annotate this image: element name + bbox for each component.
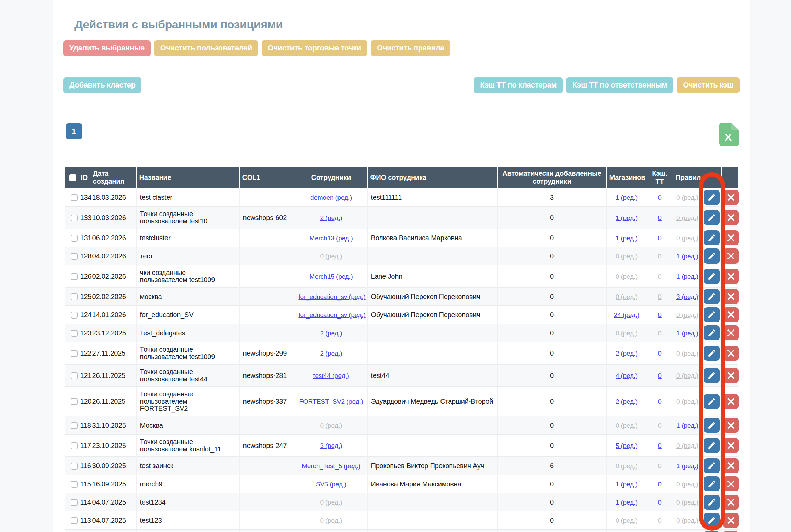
shops-link[interactable]: 2 (ред.) bbox=[616, 398, 638, 405]
rules-link[interactable]: 1 (ред.) bbox=[676, 329, 698, 337]
delete-button[interactable] bbox=[723, 210, 739, 225]
row-checkbox[interactable] bbox=[71, 398, 78, 405]
cache-link[interactable]: 0 bbox=[658, 273, 661, 280]
employees-link[interactable]: SV5 (ред.) bbox=[316, 481, 346, 488]
employees-link[interactable]: for_education_sv (ред.) bbox=[299, 293, 366, 300]
delete-button[interactable] bbox=[723, 307, 739, 322]
row-checkbox[interactable] bbox=[71, 422, 78, 429]
bulk-action-button[interactable]: Удалить выбранные bbox=[63, 40, 151, 56]
delete-button[interactable] bbox=[723, 418, 739, 433]
cache-link[interactable]: 0 bbox=[658, 499, 661, 506]
bulk-action-button[interactable]: Очистить пользователей bbox=[154, 40, 258, 56]
cache-link[interactable]: 0 bbox=[658, 214, 661, 221]
edit-button[interactable] bbox=[704, 394, 720, 409]
shops-link[interactable]: 4 (ред.) bbox=[616, 372, 638, 379]
edit-button[interactable] bbox=[704, 438, 720, 453]
delete-button[interactable] bbox=[723, 458, 739, 473]
employees-link[interactable]: 0 (ред.) bbox=[320, 499, 342, 506]
shops-link[interactable]: 1 (ред.) bbox=[616, 234, 638, 242]
employees-link[interactable]: Merch13 (ред.) bbox=[309, 234, 353, 242]
delete-button[interactable] bbox=[723, 230, 739, 245]
cache-action-button[interactable]: Очистить кэш bbox=[677, 77, 740, 93]
row-checkbox[interactable] bbox=[71, 293, 78, 300]
shops-link[interactable]: 5 (ред.) bbox=[616, 442, 638, 449]
cache-link[interactable]: 0 bbox=[658, 311, 661, 319]
shops-link[interactable]: 0 (ред.) bbox=[616, 273, 638, 280]
edit-button[interactable] bbox=[704, 248, 720, 264]
row-checkbox[interactable] bbox=[71, 215, 78, 221]
shops-link[interactable]: 0 (ред.) bbox=[616, 329, 638, 337]
rules-link[interactable]: 1 (ред.) bbox=[676, 462, 698, 470]
rules-link[interactable]: 1 (ред.) bbox=[676, 253, 698, 260]
rules-link[interactable]: 0 (ред.) bbox=[676, 234, 698, 242]
delete-button[interactable] bbox=[723, 289, 739, 304]
employees-link[interactable]: FORTEST_SV2 (ред.) bbox=[299, 398, 363, 405]
row-checkbox[interactable] bbox=[71, 235, 78, 242]
row-checkbox[interactable] bbox=[71, 517, 78, 524]
row-checkbox[interactable] bbox=[71, 442, 78, 449]
edit-button[interactable] bbox=[704, 210, 720, 225]
edit-button[interactable] bbox=[704, 495, 720, 510]
edit-button[interactable] bbox=[704, 418, 720, 433]
edit-button[interactable] bbox=[704, 325, 720, 340]
shops-link[interactable]: 1 (ред.) bbox=[616, 194, 638, 201]
delete-button[interactable] bbox=[723, 368, 739, 383]
employees-link[interactable]: 2 (ред.) bbox=[320, 329, 342, 337]
delete-button[interactable] bbox=[723, 495, 739, 510]
delete-button[interactable] bbox=[723, 346, 739, 361]
shops-link[interactable]: 0 (ред.) bbox=[616, 293, 638, 300]
rules-link[interactable]: 0 (ред.) bbox=[676, 311, 698, 319]
cache-link[interactable]: 0 bbox=[658, 462, 661, 470]
employees-link[interactable]: 2 (ред.) bbox=[320, 214, 342, 221]
employees-link[interactable]: 0 (ред.) bbox=[320, 517, 342, 524]
delete-button[interactable] bbox=[723, 325, 739, 340]
edit-button[interactable] bbox=[704, 289, 720, 304]
edit-button[interactable] bbox=[704, 458, 720, 473]
delete-button[interactable] bbox=[723, 476, 739, 491]
shops-link[interactable]: 0 (ред.) bbox=[616, 517, 638, 524]
cache-action-button[interactable]: Кэш ТТ по кластерам bbox=[474, 77, 563, 93]
delete-button[interactable] bbox=[723, 269, 739, 284]
shops-link[interactable]: 24 (ред.) bbox=[614, 311, 639, 319]
employees-link[interactable]: Merch15 (ред.) bbox=[309, 273, 353, 280]
employees-link[interactable]: test44 (ред.) bbox=[313, 372, 349, 379]
rules-link[interactable]: 0 (ред.) bbox=[676, 372, 698, 379]
row-checkbox[interactable] bbox=[71, 330, 78, 337]
shops-link[interactable]: 1 (ред.) bbox=[616, 499, 638, 506]
row-checkbox[interactable] bbox=[71, 481, 78, 488]
delete-button[interactable] bbox=[723, 438, 739, 453]
employees-link[interactable]: Merch_Test_5 (ред.) bbox=[302, 462, 360, 470]
employees-link[interactable]: 3 (ред.) bbox=[320, 442, 342, 449]
delete-button[interactable] bbox=[723, 190, 739, 205]
cache-link[interactable]: 0 bbox=[658, 398, 661, 405]
row-checkbox[interactable] bbox=[71, 312, 78, 319]
rules-link[interactable]: 1 (ред.) bbox=[676, 273, 698, 280]
employees-link[interactable]: 0 (ред.) bbox=[320, 253, 342, 260]
rules-link[interactable]: 0 (ред.) bbox=[676, 194, 698, 201]
cache-action-button[interactable]: Кэш ТТ по ответственным bbox=[566, 77, 673, 93]
shops-link[interactable]: 1 (ред.) bbox=[616, 481, 638, 488]
rules-link[interactable]: 0 (ред.) bbox=[676, 442, 698, 449]
delete-button[interactable] bbox=[723, 248, 739, 264]
edit-button[interactable] bbox=[704, 190, 720, 205]
edit-button[interactable] bbox=[704, 307, 720, 322]
row-checkbox[interactable] bbox=[71, 372, 78, 379]
delete-button[interactable] bbox=[723, 394, 739, 409]
rules-link[interactable]: 0 (ред.) bbox=[676, 499, 698, 506]
rules-link[interactable]: 0 (ред.) bbox=[676, 214, 698, 221]
cache-link[interactable]: 0 bbox=[658, 234, 661, 242]
row-checkbox[interactable] bbox=[71, 499, 78, 506]
rules-link[interactable]: 0 (ред.) bbox=[676, 350, 698, 357]
row-checkbox[interactable] bbox=[71, 194, 78, 201]
employees-link[interactable]: demoen (ред.) bbox=[310, 194, 352, 201]
delete-button[interactable] bbox=[723, 513, 739, 528]
cache-link[interactable]: 0 bbox=[658, 517, 661, 524]
employees-link[interactable]: 2 (ред.) bbox=[320, 350, 342, 357]
cache-link[interactable]: 0 bbox=[658, 293, 661, 300]
rules-link[interactable]: 0 (ред.) bbox=[676, 517, 698, 524]
shops-link[interactable]: 0 (ред.) bbox=[616, 422, 638, 429]
rules-link[interactable]: 3 (ред.) bbox=[676, 293, 698, 300]
page-button-1[interactable]: 1 bbox=[66, 123, 82, 139]
edit-button[interactable] bbox=[704, 368, 720, 383]
bulk-action-button[interactable]: Очистить торговые точки bbox=[262, 40, 367, 56]
